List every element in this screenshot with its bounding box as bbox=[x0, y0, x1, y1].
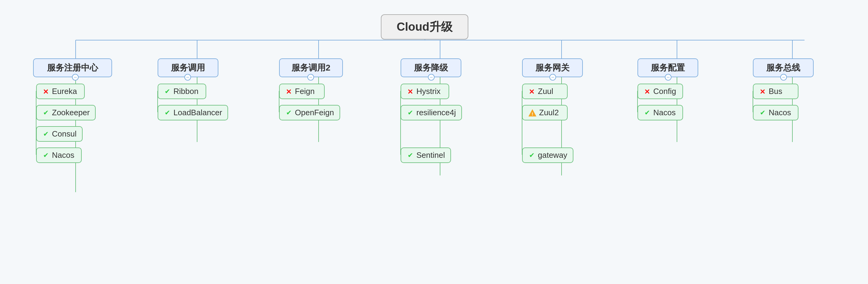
check-icon bbox=[42, 152, 50, 159]
x-icon bbox=[407, 88, 414, 95]
leaf-feign: Feign bbox=[279, 84, 325, 99]
leaf-hystrix: Hystrix bbox=[401, 84, 449, 99]
category-node-1: 服务注册中心 bbox=[33, 58, 112, 77]
leaf-bus: Bus bbox=[753, 84, 799, 99]
check-icon bbox=[164, 88, 171, 95]
collapse-cat3[interactable]: − bbox=[307, 74, 314, 81]
check-icon bbox=[42, 109, 50, 116]
check-icon bbox=[528, 152, 535, 159]
leaf-nacos-cat7: Nacos bbox=[753, 105, 799, 120]
check-icon bbox=[164, 109, 171, 116]
check-icon bbox=[644, 109, 651, 116]
leaf-nacos-cat6: Nacos bbox=[638, 105, 683, 120]
x-icon bbox=[42, 88, 50, 95]
leaf-zuul: Zuul bbox=[522, 84, 568, 99]
leaf-zuul2: ! Zuul2 bbox=[522, 105, 568, 120]
leaf-eureka: Eureka bbox=[36, 84, 85, 99]
leaf-openfeign: OpenFeign bbox=[279, 105, 340, 120]
check-icon bbox=[407, 152, 414, 159]
x-icon bbox=[285, 88, 292, 95]
connector-lines bbox=[9, 5, 859, 279]
leaf-config: Config bbox=[638, 84, 683, 99]
x-icon bbox=[644, 88, 651, 95]
leaf-nacos-cat1: Nacos bbox=[36, 147, 82, 163]
svg-text:!: ! bbox=[532, 112, 533, 116]
leaf-gateway: gateway bbox=[522, 147, 574, 163]
root-node: Cloud升级 bbox=[381, 14, 468, 39]
check-icon bbox=[759, 109, 766, 116]
leaf-ribbon: Ribbon bbox=[158, 84, 206, 99]
collapse-cat6[interactable]: − bbox=[665, 74, 672, 81]
check-icon bbox=[42, 131, 50, 138]
x-icon bbox=[759, 88, 766, 95]
collapse-cat2[interactable]: − bbox=[184, 74, 191, 81]
check-icon bbox=[407, 109, 414, 116]
collapse-cat5[interactable]: − bbox=[550, 74, 556, 81]
diagram: Cloud升级 bbox=[9, 5, 859, 279]
collapse-cat4[interactable]: − bbox=[428, 74, 435, 81]
check-icon bbox=[285, 109, 292, 116]
collapse-cat1[interactable]: − bbox=[72, 74, 79, 81]
leaf-zookeeper: Zookeeper bbox=[36, 105, 96, 120]
collapse-cat7[interactable]: − bbox=[780, 74, 787, 81]
leaf-consul: Consul bbox=[36, 126, 83, 142]
x-icon bbox=[528, 88, 535, 95]
leaf-loadbalancer: LoadBalancer bbox=[158, 105, 228, 120]
leaf-resilience4j: resilience4j bbox=[401, 105, 462, 120]
warn-icon: ! bbox=[528, 109, 537, 117]
leaf-sentinel: Sentinel bbox=[401, 147, 451, 163]
